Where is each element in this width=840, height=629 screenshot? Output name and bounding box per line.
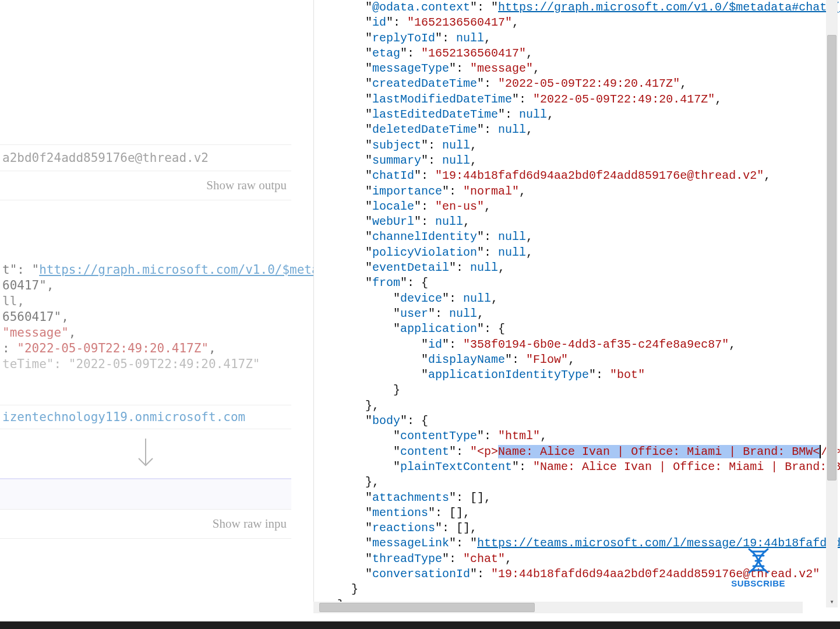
vertical-scrollbar[interactable]: ▾ — [826, 0, 838, 607]
left-json-fragment: t": "https://graph.microsoft.com/v1.0/$m… — [0, 259, 291, 376]
selected-content-text: Name: Alice Ivan | Office: Miami | Brand… — [498, 445, 820, 458]
flow-next-step[interactable] — [0, 479, 291, 510]
scroll-down-arrow-icon[interactable]: ▾ — [826, 596, 838, 607]
json-code-block[interactable]: "@odata.context": "https://graph.microso… — [314, 0, 838, 613]
show-raw-output-link[interactable]: Show raw outpu — [0, 171, 291, 200]
subscribe-watermark[interactable]: SUBSCRIBE — [731, 546, 785, 588]
subscribe-label: SUBSCRIBE — [731, 578, 785, 588]
horizontal-scrollbar-thumb[interactable] — [319, 603, 535, 612]
taskbar[interactable] — [0, 621, 840, 629]
vertical-scrollbar-thumb[interactable] — [827, 35, 837, 480]
horizontal-scrollbar[interactable] — [313, 602, 803, 613]
thread-id-fragment: a2bd0f24add859176e@thread.v2 — [0, 144, 291, 171]
left-odata-link[interactable]: https://graph.microsoft.com/v1.0/$metada… — [39, 263, 341, 277]
odata-context-link[interactable]: https://graph.microsoft.com/v1.0/$metada… — [498, 1, 840, 14]
show-raw-input-link[interactable]: Show raw inpu — [0, 510, 291, 539]
json-response-panel: "@odata.context": "https://graph.microso… — [313, 0, 838, 610]
flow-arrow-down — [0, 429, 291, 479]
dna-icon — [743, 546, 774, 576]
left-email-fragment: izentechnology119.onmicrosoft.com — [0, 405, 291, 429]
left-background-panel: a2bd0f24add859176e@thread.v2 Show raw ou… — [0, 0, 291, 612]
message-link[interactable]: https://teams.microsoft.com/l/message/19… — [477, 536, 840, 550]
